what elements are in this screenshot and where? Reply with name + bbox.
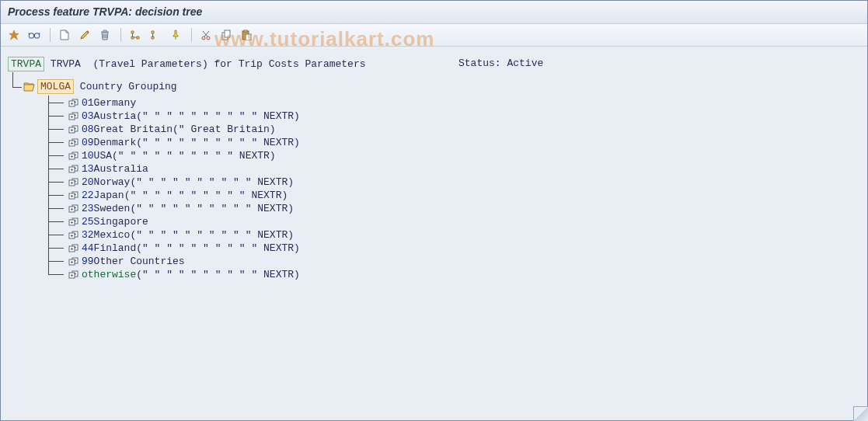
separator (120, 28, 121, 42)
node-suffix: (" " " " " " " " " " NEXTR) (136, 242, 300, 254)
display-button[interactable] (25, 26, 44, 44)
tree-node[interactable]: 09 Denmark (" " " " " " " " " " NEXTR) (45, 136, 860, 149)
tree-node[interactable]: 32 Mexico (" " " " " " " " " " NEXTR) (45, 228, 860, 242)
tree-node[interactable]: 08 Great Britain (" Great Britain) (45, 123, 860, 136)
expand-icon[interactable] (68, 165, 78, 173)
copy-button[interactable] (217, 26, 235, 44)
tree-connector (45, 110, 68, 123)
svg-point-0 (29, 33, 33, 38)
where-used-button[interactable] (166, 26, 185, 44)
node-code: 22 (82, 190, 94, 201)
node-suffix: (" " " " " " " " " " NEXTR) (136, 110, 300, 122)
status-value: Active (507, 57, 543, 69)
node-label: Great Britain (94, 124, 173, 135)
pin-icon (172, 30, 180, 40)
feature-code: TRVPA (8, 57, 44, 71)
field-label: Country Grouping (80, 80, 177, 93)
tree-node[interactable]: 20 Norway (" " " " " " " " " " NEXTR) (45, 176, 860, 189)
tree-node[interactable]: 13 Australia (45, 162, 860, 176)
node-code: 03 (82, 110, 94, 122)
tree-children: 01 Germany03 Austria (" " " " " " " " " … (45, 96, 860, 281)
node-label: Norway (94, 176, 131, 188)
node-label: Singapore (94, 216, 148, 228)
tree-root[interactable]: TRVPA TRVPA (Travel Parameters) for Trip… (8, 57, 860, 71)
node-code: 99 (82, 256, 94, 267)
tree-node[interactable]: 01 Germany (45, 96, 860, 110)
node-code: 13 (82, 163, 94, 175)
tree-node[interactable]: 25 Singapore (45, 215, 860, 228)
node-suffix: (" " " " " " " " " " NEXTR) (136, 137, 300, 148)
node-code: 09 (82, 137, 94, 148)
paste-icon (241, 30, 252, 40)
svg-rect-5 (225, 30, 230, 37)
expand-button[interactable] (126, 26, 145, 44)
expand-icon[interactable] (68, 204, 78, 213)
check-button[interactable] (5, 26, 23, 44)
node-label: Germany (94, 97, 137, 109)
tree-node[interactable]: 10 USA (" " " " " " " " " " NEXTR) (45, 149, 860, 162)
collapse-button[interactable] (146, 26, 165, 44)
expand-icon[interactable] (68, 191, 78, 200)
node-suffix: (" " " " " " " " " " NEXTR) (136, 269, 300, 280)
expand-tree-icon (130, 30, 141, 40)
cut-button[interactable] (197, 26, 215, 44)
tree-connector (45, 215, 68, 228)
separator (50, 28, 51, 42)
node-label: Finland (94, 242, 137, 254)
tree-node[interactable]: 23 Sweden (" " " " " " " " " " NEXTR) (45, 202, 860, 215)
tree-node[interactable]: 44 Finland (" " " " " " " " " " NEXTR) (45, 242, 860, 255)
check-icon (9, 30, 19, 40)
node-code: 25 (82, 216, 94, 228)
tree-connector (45, 162, 68, 176)
tree-node[interactable]: otherwise (" " " " " " " " " " NEXTR) (45, 268, 860, 281)
node-code: 23 (82, 203, 94, 214)
expand-icon[interactable] (68, 270, 78, 279)
node-keyword: otherwise (82, 269, 136, 280)
node-code: 01 (82, 97, 94, 109)
trash-icon (100, 30, 110, 40)
pencil-icon (79, 30, 90, 40)
delete-button[interactable] (96, 26, 114, 44)
paste-button[interactable] (237, 26, 256, 44)
folder-open-icon (23, 82, 35, 92)
tree-connector (45, 189, 68, 202)
expand-icon[interactable] (68, 217, 78, 226)
expand-icon[interactable] (68, 125, 78, 134)
collapse-tree-icon (150, 30, 161, 40)
expand-icon[interactable] (68, 99, 78, 107)
node-code: 32 (82, 229, 94, 241)
create-button[interactable] (55, 26, 74, 44)
node-suffix: (" " " " " " " " " " NEXTR) (130, 229, 294, 241)
field-code: MOLGA (37, 79, 74, 94)
separator (191, 28, 192, 42)
node-suffix: (" " " " " " " " " " NEXTR) (112, 150, 276, 162)
node-code: 08 (82, 124, 94, 135)
tree-connector (45, 136, 68, 149)
expand-icon[interactable] (68, 244, 78, 252)
tree-node[interactable]: 99 Other Countries (45, 255, 860, 268)
expand-icon[interactable] (68, 138, 78, 147)
expand-icon[interactable] (68, 231, 78, 239)
expand-icon[interactable] (68, 178, 78, 186)
edit-button[interactable] (75, 26, 94, 44)
resize-grip[interactable] (853, 406, 868, 421)
tree-connector (45, 176, 68, 189)
feature-desc: (Travel Parameters) for Trip Costs Param… (92, 57, 365, 71)
expand-icon[interactable] (68, 151, 78, 160)
tree-field-node[interactable]: MOLGA Country Grouping 01 Germany03 Aust… (23, 80, 860, 281)
node-label: Other Countries (94, 256, 185, 267)
tree-node[interactable]: 22 Japan (" " " " " " " " " " NEXTR) (45, 189, 860, 202)
status: Status: Active (458, 57, 543, 69)
node-code: 44 (82, 242, 94, 254)
expand-icon[interactable] (68, 257, 78, 266)
node-code: 20 (82, 176, 94, 188)
tree-node[interactable]: 03 Austria (" " " " " " " " " " NEXTR) (45, 110, 860, 123)
glasses-icon (28, 30, 40, 40)
node-label: Japan (94, 190, 124, 201)
tree-connector (45, 228, 68, 242)
tree-connector (45, 123, 68, 136)
tree-connector (45, 242, 68, 255)
expand-icon[interactable] (68, 112, 78, 120)
page-title: Process feature TRVPA: decision tree (8, 5, 202, 18)
feature-name: TRVPA (51, 57, 81, 71)
